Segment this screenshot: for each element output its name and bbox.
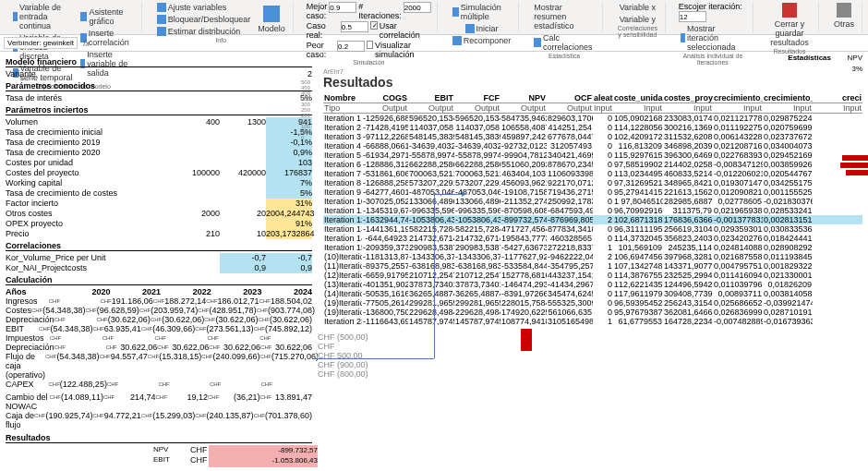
known-title: Parámetros conocidos [6,81,312,91]
iniciar-btn[interactable]: Iniciar [464,23,500,34]
bloquear-btn[interactable]: Bloquear/Desbloquear [155,14,253,25]
corr-title: Correlaciones [6,241,312,251]
vis-chk[interactable] [367,41,373,49]
pick-iter-input[interactable] [679,11,706,22]
var-continua-btn[interactable]: Variable de entrada continua [11,2,75,31]
iter-input[interactable] [404,2,431,13]
hist-bar [846,170,868,175]
arrow-head-icon [462,191,466,197]
cerrar-btn[interactable]: Cerrar y guardar resultados [766,2,813,48]
model-title: Modelo financiero [6,57,312,67]
ribbon: Variable de entrada continua Variable de… [0,0,868,35]
name-box[interactable] [4,37,78,49]
recomponer-btn[interactable]: Recomponer [451,35,513,46]
show-iter-btn[interactable]: Mostrar iteración seleccionada [679,23,747,53]
usecorr-chk[interactable] [370,21,378,30]
left-panel: Modelo financiero Variante2 Parámetros c… [0,52,318,467]
real-input[interactable] [341,21,368,32]
best-input[interactable] [329,2,356,13]
connector-arrow [314,358,434,359]
calc-title: Calculación [6,275,312,285]
sim-mult-btn[interactable]: Simulación múltiple [451,2,513,22]
estimar-btn[interactable]: Estimar distribución [155,26,253,37]
hist-bar [842,155,868,161]
hist-bar [521,329,532,351]
resumen-btn[interactable]: Mostrar resumen estadístico [532,2,597,31]
npv-label: NPV [848,54,862,62]
res-title: Resultados [6,433,312,443]
varx-btn[interactable]: Variable x [618,2,657,13]
otras-btn[interactable]: Otras [832,2,856,30]
hist-bar [840,163,868,168]
chf-axis: CHF (500,00)CHFCHF 500,00CHF (900,00)CHF… [318,332,368,379]
asistente-btn[interactable]: Asistente gráfico [78,6,136,27]
fin-table: Años20202021202220232024 IngresosCHFCHF1… [6,287,312,429]
results-title: Resultados [323,75,862,90]
fx-icon[interactable]: fx [83,39,90,48]
calc-corr-btn[interactable]: Calc correlaciones [532,32,597,53]
iteration-table: NombreCOGSEBITFCFNPVOCFaleatoriocoste_un… [323,93,862,326]
worst-input[interactable] [337,41,365,52]
modelo-btn[interactable]: Modelo [256,5,287,34]
ajuste-btn[interactable]: Ajuste variables [155,2,253,13]
stat-label: Estadísticas [788,54,831,62]
unknown-title: Parámetros inciertos [6,105,312,115]
vary-btn[interactable]: Variable y [618,14,657,25]
right-panel: Estadísticas NPV 3% ArEhr7 Resultados 50… [318,52,868,467]
